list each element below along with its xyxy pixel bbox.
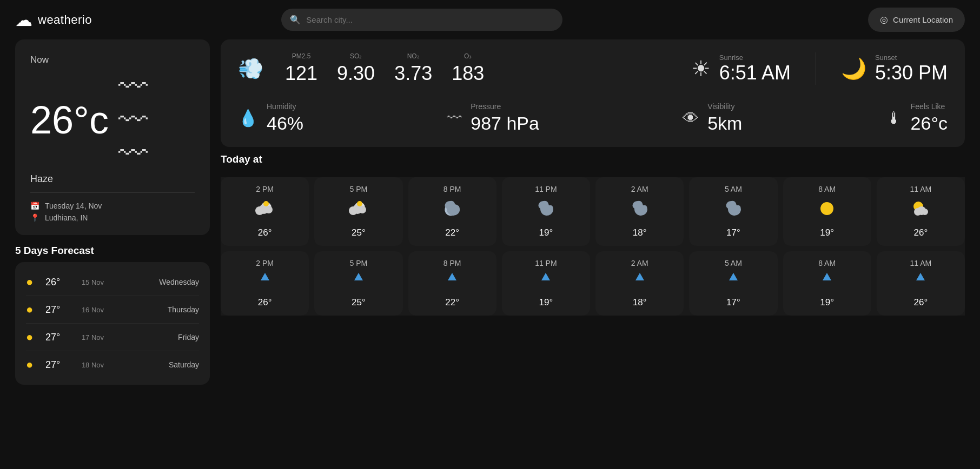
pm25-metric: PM2.5 121 (285, 52, 317, 85)
svg-point-14 (922, 209, 928, 215)
forecast-section: 5 Days Forecast ● 26° 15 Nov Wednesday ●… (15, 245, 210, 385)
no2-metric: NO₂ 3.73 (394, 52, 432, 85)
visibility-icon: 👁 (683, 109, 699, 128)
svg-point-9 (357, 201, 362, 206)
hour-temp-1: 25° (352, 227, 366, 238)
hour-temp-r5: 17° (726, 297, 740, 308)
forecast-icon-2: ● (26, 303, 45, 317)
hour-time-6: 8 AM (818, 185, 836, 193)
hour-card-1: 5 PM 25° (314, 177, 402, 246)
svg-marker-16 (354, 273, 363, 280)
forecast-day-3: Friday (150, 333, 199, 341)
hour-icon-r2 (442, 273, 462, 292)
hour-card-r2: 8 PM 22° (408, 251, 496, 316)
humidity-icon: 💧 (238, 109, 258, 128)
hour-temp-r7: 26° (914, 297, 928, 308)
sunset-item: 🌙 Sunset 5:30 PM (841, 53, 948, 84)
hour-card-4: 2 AM 18° (595, 177, 684, 246)
air-icon-section: 💨 (238, 57, 263, 81)
search-input[interactable] (281, 9, 562, 31)
hour-card-3: 11 PM 19° (502, 177, 590, 246)
forecast-date-3: 17 Nov (75, 333, 110, 341)
forecast-icon-4: ● (26, 358, 45, 372)
hour-temp-3: 19° (539, 227, 553, 238)
hour-temp-r1: 25° (352, 297, 366, 308)
forecast-temp-4: 27° (45, 359, 75, 371)
feels-like-value: 26°c (911, 113, 948, 134)
hour-card-2: 8 PM 22° (408, 177, 496, 246)
svg-marker-18 (541, 273, 550, 280)
svg-marker-17 (448, 273, 456, 280)
forecast-card: ● 26° 15 Nov Wednesday ● 27° 16 Nov Thur… (15, 262, 210, 385)
pressure-metric: 〰 Pressure 987 hPa (447, 102, 539, 134)
info-bottom-row: 💧 Humidity 46% 〰 Pressure 987 hPa 👁 (238, 102, 948, 134)
forecast-row-3: ● 27° 17 Nov Friday (26, 324, 199, 351)
hour-temp-r6: 19° (820, 297, 834, 308)
svg-marker-21 (823, 273, 831, 280)
left-panel: Now 26°c 〰〰〰 Haze 📅 Tuesday 14, Nov 📍 Lu… (15, 39, 210, 385)
forecast-row-4: ● 27° 18 Nov Saturday (26, 351, 199, 378)
hour-time-r0: 2 PM (256, 259, 274, 267)
hour-card-r0: 2 PM 26° (221, 251, 309, 316)
o3-metric: O₃ 183 (452, 52, 484, 85)
pressure-icon: 〰 (447, 109, 462, 127)
pm25-label: PM2.5 (292, 52, 311, 60)
forecast-temp-3: 27° (45, 332, 75, 343)
hour-temp-r4: 18° (633, 297, 647, 308)
sunset-time: 5:30 PM (875, 62, 948, 84)
sunrise-icon: ☀ (691, 56, 711, 81)
air-metrics: PM2.5 121 SO₂ 9.30 NO₂ 3.73 O₃ 183 (285, 52, 484, 85)
feels-like-icon: 🌡 (886, 109, 902, 128)
hour-icon-r0 (255, 273, 275, 292)
weather-condition: Haze (30, 173, 195, 193)
hour-icon-r4 (630, 273, 650, 292)
hour-card-r3: 11 PM 19° (502, 251, 590, 316)
info-top-row: 💨 PM2.5 121 SO₂ 9.30 NO₂ 3.73 (238, 52, 948, 85)
forecast-date-4: 18 Nov (75, 361, 110, 369)
hour-icon-3 (536, 199, 555, 222)
divider (816, 52, 816, 85)
hourly-row-2: 2 PM 26° 5 PM 25° (221, 251, 965, 316)
hour-icon-5 (724, 199, 743, 222)
current-temperature: 26°c (30, 100, 109, 139)
now-card: Now 26°c 〰〰〰 Haze 📅 Tuesday 14, Nov 📍 Lu… (15, 39, 210, 235)
hour-icon-r3 (536, 273, 555, 292)
forecast-day-1: Wednesday (150, 278, 199, 286)
visibility-label: Visibility (707, 102, 742, 111)
pressure-label: Pressure (471, 102, 539, 111)
forecast-day-2: Thursday (150, 305, 199, 314)
so2-value: 9.30 (337, 62, 375, 85)
current-location-button[interactable]: ◎ Current Location (868, 8, 965, 32)
today-at-label: Today at (221, 153, 965, 165)
feels-like-label: Feels Like (911, 102, 948, 111)
hour-icon-6 (817, 199, 837, 222)
hour-time-r4: 2 AM (631, 259, 648, 267)
svg-marker-22 (916, 273, 925, 280)
visibility-metric: 👁 Visibility 5km (683, 102, 742, 134)
svg-marker-15 (261, 273, 269, 280)
hour-icon-r1 (349, 273, 368, 292)
hour-icon-0 (255, 199, 275, 222)
right-panel: 💨 PM2.5 121 SO₂ 9.30 NO₂ 3.73 (221, 39, 965, 316)
o3-value: 183 (452, 62, 484, 85)
hour-temp-5: 17° (726, 227, 740, 238)
hour-time-r3: 11 PM (535, 259, 557, 267)
pm25-value: 121 (285, 62, 317, 85)
location-row: 📍 Ludhiana, IN (30, 213, 195, 222)
svg-point-3 (265, 206, 273, 213)
svg-point-8 (359, 206, 366, 213)
hour-card-7: 11 AM 26° (877, 177, 965, 246)
search-bar: 🔍 (281, 9, 562, 31)
no2-label: NO₂ (407, 52, 420, 60)
no2-value: 3.73 (394, 62, 432, 85)
hour-time-r1: 5 PM (350, 259, 368, 267)
hour-temp-r3: 19° (539, 297, 553, 308)
hour-icon-r6 (817, 273, 837, 292)
hour-card-r1: 5 PM 25° (314, 251, 402, 316)
forecast-icon-1: ● (26, 275, 45, 289)
so2-metric: SO₂ 9.30 (337, 52, 375, 85)
hour-time-7: 11 AM (910, 185, 932, 193)
feels-like-metric: 🌡 Feels Like 26°c (886, 102, 948, 134)
hour-time-r2: 8 PM (443, 259, 461, 267)
hour-time-3: 11 PM (535, 185, 557, 193)
